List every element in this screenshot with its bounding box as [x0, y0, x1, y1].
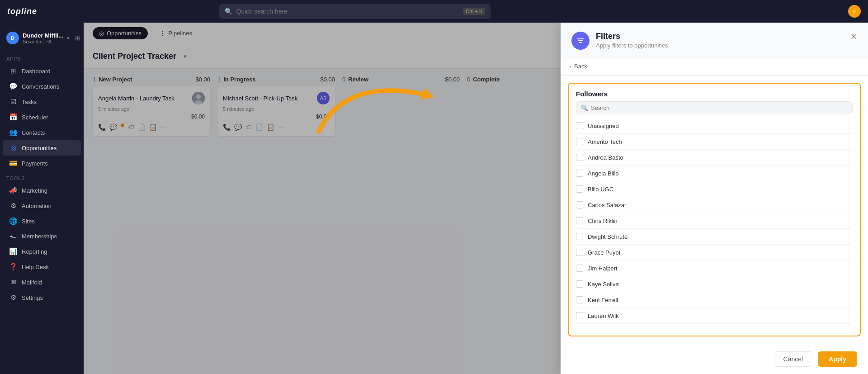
- close-filters-button[interactable]: ✕: [850, 32, 857, 42]
- helpdesk-icon: ❓: [9, 263, 17, 271]
- filters-icon: [571, 32, 590, 50]
- back-label: Back: [574, 63, 587, 70]
- follower-name: Unassigned: [588, 123, 619, 129]
- filters-back-button[interactable]: ‹ Back: [561, 57, 868, 76]
- tools-section-label: Tools: [0, 171, 84, 183]
- follower-item-unassigned[interactable]: Unassigned: [576, 118, 853, 134]
- follower-item-chris-riklin[interactable]: Chris Riklin: [576, 213, 853, 229]
- follower-checkbox[interactable]: [576, 138, 583, 145]
- follower-checkbox[interactable]: [576, 296, 583, 303]
- topbar: topline 🔍 Ctrl + K ⚡: [0, 0, 868, 23]
- svg-rect-4: [577, 38, 584, 39]
- follower-name: Carlos Salazar: [588, 202, 626, 208]
- sidebar-item-sites[interactable]: 🌐 Sites: [3, 213, 81, 229]
- follower-checkbox[interactable]: [576, 201, 583, 208]
- apply-button[interactable]: Apply: [818, 351, 857, 367]
- follower-item-dwight-schrute[interactable]: Dwight Schrute: [576, 229, 853, 245]
- apps-section-label: Apps: [0, 52, 84, 63]
- sidebar-item-label: Memberships: [22, 233, 57, 240]
- follower-checkbox[interactable]: [576, 170, 583, 177]
- account-name: Dunder Miffli...: [23, 32, 63, 39]
- follower-name: Kaye Soliva: [588, 281, 619, 288]
- filters-panel-info: Filters Apply filters to opportunities: [596, 32, 668, 49]
- follower-item-billo-ugc[interactable]: Billo UGC: [576, 181, 853, 197]
- follower-checkbox[interactable]: [576, 185, 583, 193]
- search-icon: 🔍: [581, 104, 588, 111]
- sidebar-item-memberships[interactable]: 🏷 Memberships: [3, 229, 81, 244]
- follower-name: Dwight Schrute: [588, 233, 627, 240]
- sidebar-item-scheduler[interactable]: 📅 Scheduler: [3, 109, 81, 125]
- follower-checkbox[interactable]: [576, 249, 583, 256]
- follower-checkbox[interactable]: [576, 312, 583, 319]
- contacts-icon: 👥: [9, 128, 17, 137]
- followers-list: Unassigned Amento Tech Andrea Basto Ange…: [569, 118, 860, 336]
- content-area: ◎ Opportunities ⋮ Pipelines Client Proje…: [84, 23, 868, 374]
- followers-search-input[interactable]: [591, 104, 848, 111]
- layout-icon: ⊞: [75, 35, 80, 42]
- follower-name: Chris Riklin: [588, 218, 618, 224]
- sidebar-item-dashboard[interactable]: ⊞ Dashboard: [3, 63, 81, 79]
- follower-name: Andrea Basto: [588, 154, 623, 161]
- follower-item-carlos-salazar[interactable]: Carlos Salazar: [576, 197, 853, 213]
- memberships-icon: 🏷: [9, 232, 17, 240]
- follower-checkbox[interactable]: [576, 233, 583, 240]
- sidebar-item-opportunities[interactable]: ◎ Opportunities: [3, 140, 81, 156]
- main-layout: D Dunder Miffli... Scranton, PA ▾ ⊞ Apps…: [0, 23, 868, 374]
- svg-rect-5: [578, 40, 583, 41]
- tasks-icon: ☑: [9, 98, 17, 106]
- sidebar-item-conversations[interactable]: 💬 Conversations: [3, 79, 81, 94]
- global-search[interactable]: 🔍 Ctrl + K: [219, 4, 491, 19]
- settings-icon: ⚙: [9, 294, 17, 302]
- payments-icon: 💳: [9, 159, 17, 167]
- follower-name: Amento Tech: [588, 138, 622, 145]
- follower-item-kent-ferrell[interactable]: Kent Ferrell: [576, 292, 853, 308]
- follower-checkbox[interactable]: [576, 154, 583, 161]
- follower-item-angela-billo[interactable]: Angela Billo: [576, 166, 853, 181]
- sidebar-item-label: Reporting: [22, 248, 47, 255]
- follower-checkbox[interactable]: [576, 280, 583, 288]
- account-info: Dunder Miffli... Scranton, PA: [23, 32, 63, 44]
- follower-checkbox[interactable]: [576, 265, 583, 272]
- sidebar-item-payments[interactable]: 💳 Payments: [3, 156, 81, 171]
- sidebar-item-label: Scheduler: [22, 114, 48, 121]
- sidebar-item-helpdesk[interactable]: ❓ Help Desk: [3, 259, 81, 275]
- follower-checkbox[interactable]: [576, 217, 583, 224]
- follower-item-grace-puyot[interactable]: Grace Puyot: [576, 245, 853, 260]
- search-input[interactable]: [236, 8, 459, 15]
- follower-item-andrea-basto[interactable]: Andrea Basto: [576, 150, 853, 166]
- sidebar-item-automation[interactable]: ⚙ Automation: [3, 198, 81, 213]
- sites-icon: 🌐: [9, 217, 17, 225]
- follower-item-amento-tech[interactable]: Amento Tech: [576, 134, 853, 150]
- sidebar-item-marketing[interactable]: 📣 Marketing: [3, 183, 81, 198]
- followers-search[interactable]: 🔍: [576, 101, 853, 114]
- sidebar-item-tasks[interactable]: ☑ Tasks: [3, 94, 81, 109]
- follower-name: Lauren Wilk: [588, 312, 619, 319]
- bolt-icon[interactable]: ⚡: [848, 5, 861, 18]
- sidebar-item-label: Marketing: [22, 187, 47, 194]
- marketing-icon: 📣: [9, 186, 17, 194]
- mailfold-icon: ✉: [9, 278, 17, 286]
- svg-rect-6: [579, 42, 582, 43]
- sidebar-item-label: Dashboard: [22, 68, 51, 75]
- followers-section: Followers 🔍 Unassigned Amento Tech: [568, 83, 861, 336]
- sidebar-item-settings[interactable]: ⚙ Settings: [3, 290, 81, 305]
- sidebar: D Dunder Miffli... Scranton, PA ▾ ⊞ Apps…: [0, 23, 84, 374]
- follower-checkbox[interactable]: [576, 122, 583, 129]
- sidebar-item-mailfold[interactable]: ✉ Mailfold: [3, 275, 81, 290]
- cancel-button[interactable]: Cancel: [774, 351, 813, 367]
- sidebar-item-contacts[interactable]: 👥 Contacts: [3, 125, 81, 140]
- back-chevron-icon: ‹: [570, 63, 571, 70]
- sidebar-item-label: Opportunities: [22, 145, 57, 151]
- follower-item-jim-halpert[interactable]: Jim Halpert: [576, 260, 853, 276]
- dashboard-icon: ⊞: [9, 67, 17, 75]
- follower-name: Angela Billo: [588, 170, 619, 177]
- account-avatar: D: [6, 32, 19, 44]
- sidebar-item-label: Tasks: [22, 99, 37, 105]
- sidebar-item-label: Automation: [22, 203, 52, 209]
- sidebar-item-reporting[interactable]: 📊 Reporting: [3, 244, 81, 259]
- sidebar-account[interactable]: D Dunder Miffli... Scranton, PA ▾ ⊞: [0, 28, 84, 48]
- follower-item-kaye-soliva[interactable]: Kaye Soliva: [576, 276, 853, 292]
- sidebar-item-label: Settings: [22, 294, 43, 301]
- follower-name: Jim Halpert: [588, 265, 618, 272]
- follower-item-lauren-wilk[interactable]: Lauren Wilk: [576, 308, 853, 324]
